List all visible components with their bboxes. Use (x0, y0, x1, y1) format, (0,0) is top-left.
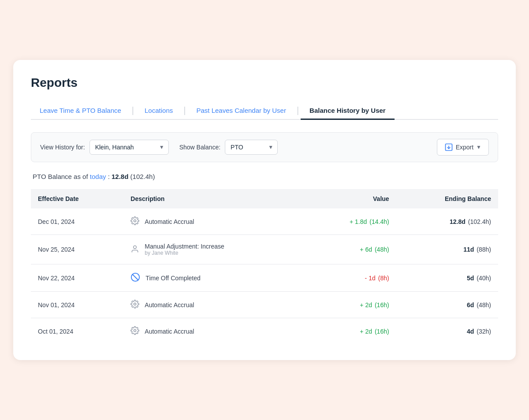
value-days: + 2d (360, 328, 372, 335)
value-days: + 6d (360, 246, 372, 253)
ending-hours: (40h) (477, 275, 491, 282)
ending-hours: (88h) (477, 246, 491, 253)
table-row: Oct 01, 2024 Automatic Accrual+ 2d(16h)4… (31, 318, 498, 345)
table-row: Nov 22, 2024 Time Off Completed- 1d(8h)5… (31, 264, 498, 292)
desc-main: Manual Adjustment: Increase (145, 243, 224, 250)
page-title: Reports (31, 76, 498, 90)
cell-description: Automatic Accrual (123, 318, 305, 345)
desc-sub: by Jane White (145, 250, 224, 256)
gear-icon (130, 326, 139, 335)
view-history-select[interactable]: Klein, Hannah (89, 140, 169, 155)
balance-prefix: PTO Balance as of (33, 173, 88, 180)
desc-main: Automatic Accrual (145, 328, 194, 335)
svg-point-3 (134, 245, 137, 249)
gear-icon (130, 300, 139, 308)
view-history-select-wrapper: Klein, Hannah ▼ (89, 140, 169, 155)
ending-days: 4d (467, 328, 474, 335)
svg-point-6 (134, 303, 136, 305)
cell-value: + 2d(16h) (305, 292, 396, 318)
ending-days: 12.8d (450, 218, 466, 225)
show-balance-select-wrapper: PTO ▼ (225, 140, 278, 155)
show-balance-group: Show Balance: PTO ▼ (179, 140, 278, 155)
balance-days: 12.8d (112, 173, 128, 180)
table-row: Nov 25, 2024 Manual Adjustment: Increase… (31, 235, 498, 264)
table-header-row: Effective Date Description Value Ending … (31, 189, 498, 208)
value-days: + 1.8d (350, 218, 367, 225)
cell-value: + 1.8d(14.4h) (305, 208, 396, 235)
desc-main: Time Off Completed (145, 275, 201, 282)
cell-ending-balance: 4d(32h) (396, 318, 498, 345)
history-table: Effective Date Description Value Ending … (31, 189, 498, 344)
cell-date: Dec 01, 2024 (31, 208, 123, 235)
cell-value: + 6d(48h) (305, 235, 396, 264)
col-header-description: Description (123, 189, 305, 208)
ending-days: 6d (467, 301, 474, 308)
ending-days: 5d (467, 275, 474, 282)
cell-description: Manual Adjustment: Increaseby Jane White (123, 235, 305, 264)
view-history-label: View History for: (40, 144, 85, 151)
export-label: Export (456, 144, 473, 151)
tab-divider-3: | (295, 106, 301, 115)
cell-date: Nov 25, 2024 (31, 235, 123, 264)
value-hours: (16h) (375, 301, 389, 308)
value-days: - 1d (365, 275, 376, 282)
ban-icon (130, 272, 140, 282)
cell-ending-balance: 11d(88h) (396, 235, 498, 264)
person-icon (130, 244, 139, 254)
tab-balance-history[interactable]: Balance History by User (301, 102, 395, 120)
tab-past-leaves[interactable]: Past Leaves Calendar by User (187, 102, 294, 120)
cell-value: - 1d(8h) (305, 264, 396, 292)
export-chevron-icon: ▼ (476, 144, 481, 150)
balance-separator: : (108, 173, 110, 180)
ending-hours: (102.4h) (468, 218, 491, 225)
cell-ending-balance: 5d(40h) (396, 264, 498, 292)
ending-days: 11d (463, 246, 474, 253)
svg-point-7 (134, 330, 136, 332)
view-history-group: View History for: Klein, Hannah ▼ (40, 140, 169, 155)
tab-locations[interactable]: Locations (136, 102, 182, 120)
cell-date: Oct 01, 2024 (31, 318, 123, 345)
col-header-effective-date: Effective Date (31, 189, 123, 208)
svg-point-2 (134, 220, 136, 222)
cell-ending-balance: 6d(48h) (396, 292, 498, 318)
value-hours: (14.4h) (369, 218, 389, 225)
balance-summary: PTO Balance as of today : 12.8d (102.4h) (31, 173, 498, 180)
cell-description: Time Off Completed (123, 264, 305, 292)
value-hours: (16h) (375, 328, 389, 335)
desc-main: Automatic Accrual (145, 301, 194, 308)
controls-bar: View History for: Klein, Hannah ▼ Show B… (31, 132, 498, 162)
show-balance-label: Show Balance: (179, 144, 220, 151)
ending-hours: (32h) (477, 328, 491, 335)
value-days: + 2d (360, 301, 372, 308)
gear-icon (130, 216, 139, 225)
tab-divider-2: | (182, 106, 187, 115)
reports-card: Reports Leave Time & PTO Balance | Locat… (13, 60, 516, 360)
value-hours: (8h) (378, 275, 389, 282)
show-balance-select[interactable]: PTO (225, 140, 278, 155)
value-hours: (48h) (375, 246, 389, 253)
tab-leave-time[interactable]: Leave Time & PTO Balance (31, 102, 130, 120)
cell-date: Nov 22, 2024 (31, 264, 123, 292)
cell-value: + 2d(16h) (305, 318, 396, 345)
cell-date: Nov 01, 2024 (31, 292, 123, 318)
tab-divider-1: | (130, 106, 136, 115)
cell-description: Automatic Accrual (123, 208, 305, 235)
export-button[interactable]: Export ▼ (437, 139, 489, 156)
col-header-ending-balance: Ending Balance (396, 189, 498, 208)
today-link[interactable]: today (90, 173, 106, 180)
svg-line-5 (133, 275, 138, 280)
desc-main: Automatic Accrual (145, 218, 194, 225)
export-icon (444, 143, 453, 152)
cell-ending-balance: 12.8d(102.4h) (396, 208, 498, 235)
col-header-value: Value (305, 189, 396, 208)
cell-description: Automatic Accrual (123, 292, 305, 318)
tab-nav: Leave Time & PTO Balance | Locations | P… (31, 102, 498, 120)
table-row: Dec 01, 2024 Automatic Accrual+ 1.8d(14.… (31, 208, 498, 235)
balance-hours: (102.4h) (130, 173, 155, 180)
ending-hours: (48h) (477, 301, 491, 308)
table-row: Nov 01, 2024 Automatic Accrual+ 2d(16h)6… (31, 292, 498, 318)
